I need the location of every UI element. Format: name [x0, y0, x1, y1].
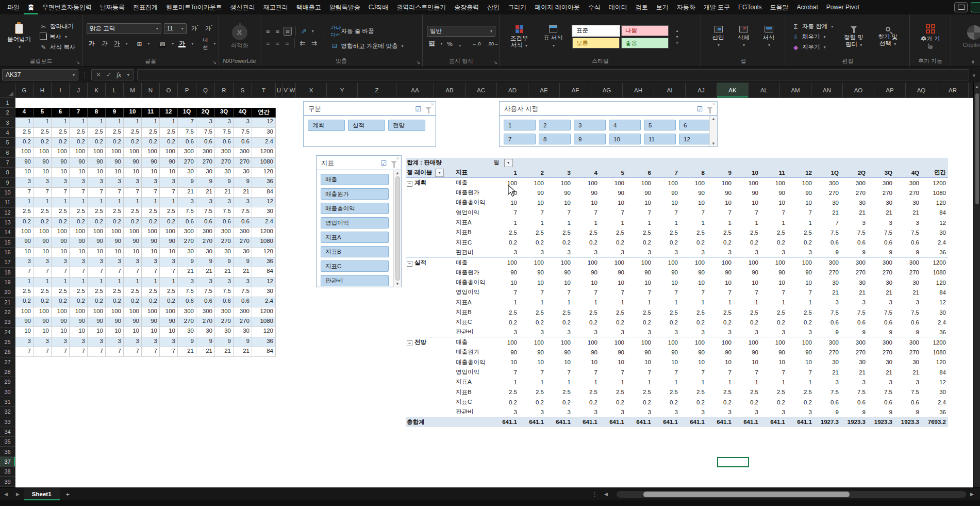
cell[interactable]: 7: [492, 367, 519, 377]
pivot-col-header-11[interactable]: 11: [760, 168, 787, 177]
cell[interactable]: 300: [814, 337, 841, 347]
cell[interactable]: 1: [15, 278, 34, 287]
cell[interactable]: 30: [196, 168, 215, 177]
cell[interactable]: 21: [234, 347, 252, 357]
slicer-item-지표C[interactable]: 지표C: [321, 260, 389, 272]
cell[interactable]: 1: [734, 377, 760, 387]
column-header-O[interactable]: O: [160, 83, 178, 97]
cell[interactable]: 2.5: [160, 128, 178, 138]
cell[interactable]: 7.5: [234, 128, 252, 138]
cell[interactable]: 10: [160, 327, 178, 337]
cell[interactable]: 300: [814, 178, 841, 188]
column-header-J[interactable]: J: [70, 83, 88, 97]
cell[interactable]: 7: [519, 367, 546, 377]
cell[interactable]: 100: [787, 257, 814, 267]
cell[interactable]: 9: [234, 337, 252, 347]
horizontal-scroll-thumb[interactable]: [643, 492, 850, 497]
cell[interactable]: 3: [52, 257, 70, 267]
cell[interactable]: 0.6: [894, 397, 921, 407]
cell[interactable]: 1: [70, 278, 88, 287]
cell[interactable]: 270: [215, 237, 234, 247]
row-header-22[interactable]: 22: [0, 307, 15, 317]
cell[interactable]: 0.2: [680, 238, 707, 248]
cell[interactable]: 2.5: [70, 287, 88, 297]
column-header-AF[interactable]: AF: [560, 83, 591, 97]
cell[interactable]: 2.5: [787, 227, 814, 237]
cell[interactable]: 1080: [252, 317, 276, 327]
cell[interactable]: 0.2: [142, 297, 160, 307]
cell[interactable]: 1: [142, 118, 160, 127]
cell[interactable]: 1: [760, 298, 787, 307]
cell[interactable]: 10: [707, 278, 734, 287]
cell[interactable]: 90: [492, 268, 519, 278]
cell[interactable]: 9: [215, 177, 234, 187]
cell[interactable]: 7.5: [196, 128, 215, 138]
cell[interactable]: 9: [894, 407, 921, 417]
source-header-cell[interactable]: 9: [106, 108, 124, 118]
cell[interactable]: 30: [196, 248, 215, 257]
cell[interactable]: 7.5: [814, 387, 841, 397]
cell[interactable]: 3: [52, 177, 70, 187]
cell[interactable]: 7: [178, 118, 196, 127]
row-header-8[interactable]: 8: [0, 168, 15, 177]
column-header-X[interactable]: X: [296, 83, 327, 97]
comments-icon[interactable]: [954, 2, 968, 12]
slicer-item-지표A[interactable]: 지표A: [321, 232, 389, 243]
cell[interactable]: 21: [234, 267, 252, 277]
column-header-AQ[interactable]: AQ: [906, 83, 937, 97]
cell[interactable]: 30: [894, 278, 921, 287]
cell[interactable]: 1: [519, 298, 546, 307]
cell[interactable]: 120: [252, 168, 276, 177]
cell[interactable]: 100: [106, 307, 124, 317]
cell[interactable]: 7: [707, 367, 734, 377]
row-header-11[interactable]: 11: [0, 198, 15, 207]
column-header-N[interactable]: N: [142, 83, 160, 97]
cell[interactable]: 1: [734, 218, 760, 227]
cell[interactable]: 90: [124, 158, 142, 168]
cell[interactable]: 3: [653, 328, 680, 337]
cell[interactable]: 100: [653, 337, 680, 347]
cell[interactable]: 21: [178, 347, 196, 357]
cell[interactable]: 7: [106, 267, 124, 277]
horizontal-scrollbar[interactable]: [617, 491, 966, 498]
cell[interactable]: 9: [814, 328, 841, 337]
cell[interactable]: 1: [546, 298, 573, 307]
cell[interactable]: 10: [106, 248, 124, 257]
cell[interactable]: 90: [160, 158, 178, 168]
cell[interactable]: 100: [88, 307, 106, 317]
style-good[interactable]: 좋음: [621, 38, 669, 48]
cell[interactable]: 1: [160, 198, 178, 207]
cell[interactable]: 0.2: [142, 218, 160, 227]
menu-tab-파일[interactable]: 파일: [3, 0, 24, 14]
cell[interactable]: 7: [626, 287, 653, 297]
cell[interactable]: 90: [680, 188, 707, 198]
cell[interactable]: 0.2: [734, 238, 760, 248]
cell[interactable]: 3: [841, 298, 868, 307]
cell[interactable]: 7.5: [814, 307, 841, 317]
style-bad[interactable]: 나쁨: [621, 25, 669, 36]
cell[interactable]: 3: [160, 257, 178, 267]
column-header-AI[interactable]: AI: [654, 83, 686, 97]
cell[interactable]: 90: [160, 317, 178, 327]
cell[interactable]: 7: [546, 208, 573, 218]
slicer-item-7[interactable]: 7: [504, 134, 536, 144]
cell[interactable]: 300: [841, 337, 868, 347]
cell[interactable]: 1: [142, 278, 160, 287]
cell[interactable]: 3: [178, 198, 196, 207]
cell[interactable]: 100: [573, 337, 600, 347]
cell[interactable]: 100: [707, 257, 734, 267]
cell[interactable]: 1: [492, 377, 519, 387]
cell[interactable]: 90: [626, 268, 653, 278]
cell[interactable]: 3: [196, 118, 215, 127]
cell[interactable]: 1: [160, 118, 178, 127]
cell[interactable]: 1923.3: [868, 417, 894, 427]
tab-splitter-icon[interactable]: ⋮: [592, 491, 597, 498]
cell[interactable]: 30: [841, 198, 868, 207]
collapse-icon[interactable]: −: [407, 261, 412, 267]
cell[interactable]: 7: [160, 347, 178, 357]
cell[interactable]: 100: [626, 178, 653, 188]
cell[interactable]: 90: [160, 237, 178, 247]
pivot-metric-지표B[interactable]: 지표B: [455, 227, 492, 237]
cell[interactable]: 641.1: [680, 417, 707, 427]
cell[interactable]: 30: [814, 278, 841, 287]
